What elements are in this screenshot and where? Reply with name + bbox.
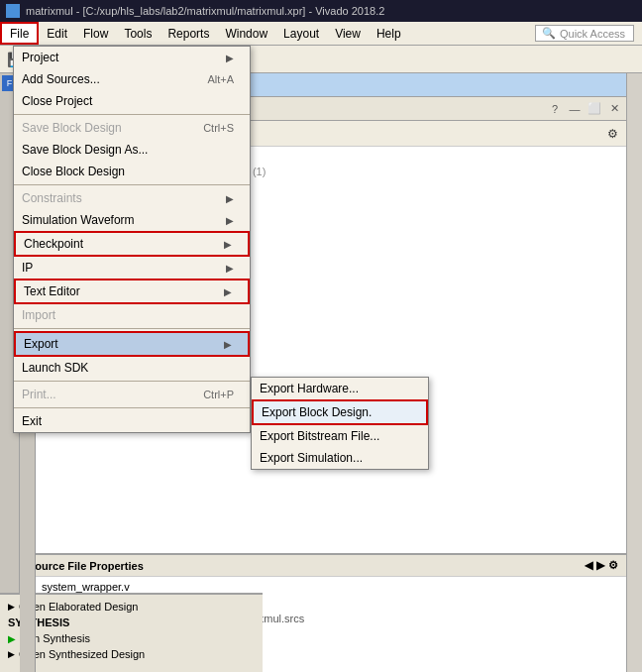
file-menu-dropdown[interactable]: Project ▶ Add Sources... Alt+A Close Pro… <box>13 46 251 433</box>
sep2 <box>14 184 250 185</box>
flow-item-elaborated[interactable]: ▶ Open Elaborated Design <box>8 599 255 615</box>
menu-item-launch-sdk-label: Launch SDK <box>22 361 88 375</box>
menu-item-close-block-label: Close Block Design <box>22 165 125 178</box>
quick-access[interactable]: 🔍 Quick Access <box>535 25 634 42</box>
menu-layout[interactable]: Layout <box>275 22 327 45</box>
menu-item-constraints-arrow: ▶ <box>226 193 234 204</box>
menu-bar: File Edit Flow Tools Reports Window Layo… <box>0 22 642 46</box>
menu-item-close-block[interactable]: Close Block Design <box>14 161 250 182</box>
bottom-panel-icons: ◀ ▶ ⚙ <box>585 559 618 572</box>
menu-item-print-shortcut: Ctrl+P <box>203 389 234 400</box>
menu-item-constraints: Constraints ▶ <box>14 187 250 209</box>
menu-tools[interactable]: Tools <box>116 22 160 45</box>
menu-item-export[interactable]: Export ▶ <box>14 331 250 357</box>
panel-icon-question[interactable]: ? <box>547 103 563 115</box>
app-icon <box>6 4 20 18</box>
submenu-export-hardware[interactable]: Export Hardware... <box>252 378 428 399</box>
flow-item-synthesis[interactable]: SYNTHESIS <box>8 615 255 630</box>
panel-icon-close[interactable]: ✕ <box>606 102 622 115</box>
menu-item-save-block: Save Block Design Ctrl+S <box>14 117 250 139</box>
submenu-export-bitstream[interactable]: Export Bitstream File... <box>252 425 428 447</box>
panel-icon-minus[interactable]: — <box>567 103 583 115</box>
menu-item-project-label: Project <box>22 51 58 64</box>
flow-bottom-panel: ▶ Open Elaborated Design SYNTHESIS ▶ Run… <box>0 593 263 672</box>
menu-item-export-label: Export <box>24 337 58 351</box>
bottom-panel-settings[interactable]: ⚙ <box>608 559 618 572</box>
submenu-export-block-design-label: Export Block Design. <box>262 405 372 419</box>
bottom-panel-title: Source File Properties <box>28 560 144 572</box>
menu-item-exit[interactable]: Exit <box>14 410 250 432</box>
submenu-export-simulation-label: Export Simulation... <box>260 451 363 465</box>
menu-item-sim-arrow: ▶ <box>226 215 234 226</box>
menu-window[interactable]: Window <box>217 22 275 45</box>
flow-item-run-synthesis[interactable]: ▶ Run Synthesis <box>8 630 255 646</box>
submenu-export-simulation[interactable]: Export Simulation... <box>252 447 428 469</box>
bottom-panel-fwd[interactable]: ▶ <box>596 559 604 572</box>
menu-item-constraints-label: Constraints <box>22 191 82 205</box>
file-row: system_wrapper.v <box>28 581 618 593</box>
menu-item-save-block-as[interactable]: Save Block Design As... <box>14 139 250 161</box>
menu-item-import-label: Import <box>22 308 55 322</box>
window-title: matrixmul - [C:/xup/hls_labs/lab2/matrix… <box>26 5 384 17</box>
bottom-panel-header: Source File Properties ◀ ▶ ⚙ <box>20 555 626 577</box>
menu-item-save-block-label: Save Block Design <box>22 121 122 135</box>
menu-item-launch-sdk[interactable]: Launch SDK <box>14 357 250 379</box>
menu-reports[interactable]: Reports <box>160 22 217 45</box>
menu-help[interactable]: Help <box>369 22 409 45</box>
right-panel <box>626 73 642 672</box>
submenu-export-block-design[interactable]: Export Block Design. <box>252 399 428 425</box>
flow-label-elaborated: Open Elaborated Design <box>19 601 138 613</box>
menu-file[interactable]: File <box>0 22 39 45</box>
menu-item-text-editor[interactable]: Text Editor ▶ <box>14 279 250 304</box>
file-name: system_wrapper.v <box>42 581 130 593</box>
menu-item-ip-label: IP <box>22 261 33 275</box>
menu-item-add-sources-shortcut: Alt+A <box>207 73 234 85</box>
run-icon: ▶ <box>8 633 16 644</box>
menu-item-ip-arrow: ▶ <box>226 263 234 274</box>
menu-item-sim-waveform-label: Simulation Waveform <box>22 213 135 227</box>
menu-right: 🔍 Quick Access <box>535 25 642 42</box>
menu-item-close-project[interactable]: Close Project <box>14 90 250 112</box>
sep3 <box>14 328 250 329</box>
menu-item-text-editor-arrow: ▶ <box>224 286 232 297</box>
menu-item-add-sources-label: Add Sources... <box>22 72 100 86</box>
search-icon: 🔍 <box>542 27 556 40</box>
menu-item-text-editor-label: Text Editor <box>24 284 80 298</box>
title-bar: matrixmul - [C:/xup/hls_labs/lab2/matrix… <box>0 0 642 22</box>
flow-item-open-synthesis[interactable]: ▶ Open Synthesized Design <box>8 646 255 662</box>
sep5 <box>14 407 250 408</box>
quick-access-label: Quick Access <box>560 28 625 40</box>
menu-flow[interactable]: Flow <box>75 22 116 45</box>
flow-label-synthesis: SYNTHESIS <box>8 616 69 628</box>
menu-item-import: Import <box>14 304 250 326</box>
flow-arrow-elaborated: ▶ <box>8 602 15 612</box>
menu-item-sim-waveform[interactable]: Simulation Waveform ▶ <box>14 209 250 231</box>
menu-item-project-arrow: ▶ <box>226 53 234 63</box>
flow-arrow-open-synthesis: ▶ <box>8 649 15 659</box>
menu-item-print: Print... Ctrl+P <box>14 384 250 405</box>
menu-item-save-block-shortcut: Ctrl+S <box>203 122 234 134</box>
menu-item-exit-label: Exit <box>22 414 42 428</box>
menu-item-ip[interactable]: IP ▶ <box>14 257 250 279</box>
flow-label-open-synthesis: Open Synthesized Design <box>19 648 145 660</box>
menu-item-checkpoint-label: Checkpoint <box>24 237 83 251</box>
menu-view[interactable]: View <box>327 22 369 45</box>
export-submenu[interactable]: Export Hardware... Export Block Design. … <box>251 377 429 470</box>
menu-item-checkpoint-arrow: ▶ <box>224 239 232 250</box>
bottom-panel-back[interactable]: ◀ <box>585 559 592 572</box>
sources-settings[interactable]: ⚙ <box>602 124 622 144</box>
menu-edit[interactable]: Edit <box>39 22 75 45</box>
submenu-export-bitstream-label: Export Bitstream File... <box>260 429 379 443</box>
sep1 <box>14 114 250 115</box>
menu-item-export-arrow: ▶ <box>224 339 232 350</box>
menu-item-print-label: Print... <box>22 388 56 401</box>
menu-item-add-sources[interactable]: Add Sources... Alt+A <box>14 68 250 90</box>
panel-icons: ? — ⬜ ✕ <box>547 102 622 115</box>
sep4 <box>14 381 250 382</box>
menu-item-project[interactable]: Project ▶ <box>14 47 250 68</box>
menu-item-checkpoint[interactable]: Checkpoint ▶ <box>14 231 250 257</box>
submenu-export-hardware-label: Export Hardware... <box>260 382 359 395</box>
panel-icon-restore[interactable]: ⬜ <box>587 102 602 115</box>
menu-item-save-block-as-label: Save Block Design As... <box>22 143 148 157</box>
menu-item-close-project-label: Close Project <box>22 94 92 108</box>
